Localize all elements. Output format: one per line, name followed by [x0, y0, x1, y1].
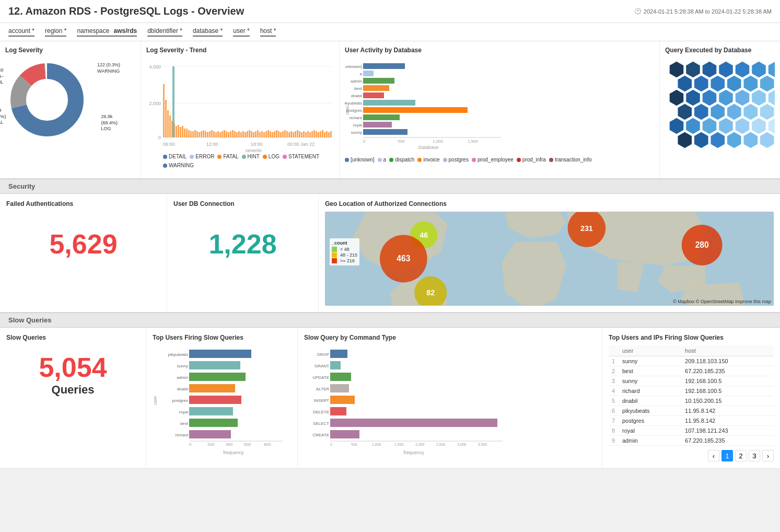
- svg-rect-96: [330, 131, 332, 137]
- host-cell: 192.168.100.5: [682, 376, 774, 386]
- row-num: 6: [609, 406, 619, 416]
- svg-text:INSERT: INSERT: [314, 398, 329, 403]
- user-activity-panel: User Activity by Database user: [340, 41, 660, 178]
- log-severity-title: Log Severity: [5, 47, 135, 54]
- svg-text:dnabil: dnabil: [177, 387, 189, 391]
- svg-rect-39: [211, 130, 213, 137]
- host-cell: 11.95.8.142: [682, 406, 774, 416]
- slow-queries-title: Slow Queries: [6, 334, 139, 341]
- user-activity-legend: [unknown] a dispatch invoice postgres pr…: [345, 157, 654, 163]
- svg-text:2,000: 2,000: [415, 443, 425, 446]
- svg-marker-158: [685, 118, 700, 134]
- col-host: host: [682, 345, 774, 356]
- hex-grid: [665, 58, 775, 173]
- host-cell: 11.95.8.142: [682, 416, 774, 426]
- svg-rect-88: [313, 130, 315, 137]
- host-cell: 10.150.200.15: [682, 396, 774, 406]
- filter-region[interactable]: region *: [45, 27, 66, 37]
- svg-marker-138: [760, 75, 774, 92]
- svg-text:1,000: 1,000: [433, 139, 444, 144]
- svg-rect-218: [330, 407, 346, 415]
- page-2-btn[interactable]: 2: [735, 450, 747, 461]
- log-severity-donut: [5, 58, 89, 142]
- user-cell: pikyubeats: [619, 406, 682, 416]
- svg-rect-107: [363, 122, 392, 128]
- svg-marker-135: [711, 75, 725, 92]
- svg-rect-106: [363, 114, 400, 120]
- svg-rect-74: [284, 130, 286, 137]
- filter-database[interactable]: database *: [193, 27, 223, 37]
- svg-rect-89: [316, 131, 317, 137]
- svg-rect-54: [242, 131, 244, 137]
- svg-text:postgres: postgres: [172, 398, 188, 403]
- prev-page-btn[interactable]: ‹: [708, 450, 719, 461]
- svg-rect-108: [363, 129, 408, 135]
- table-row: 1sunny209.118.103.150: [609, 356, 774, 366]
- filter-account[interactable]: account *: [8, 27, 34, 37]
- svg-text:richard: richard: [176, 433, 188, 437]
- donut-label-log: 26.8k(68.4%)LOG: [101, 114, 118, 132]
- svg-rect-34: [201, 131, 202, 137]
- top-users-slow-panel: Top Users Firing Slow Queries user pikyu…: [146, 328, 298, 468]
- slow-query-type-title: Slow Query by Command Type: [304, 334, 596, 341]
- svg-rect-80: [297, 130, 298, 137]
- svg-text:user: user: [153, 396, 158, 405]
- svg-rect-61: [257, 130, 259, 137]
- svg-rect-49: [232, 130, 234, 137]
- svg-text:600: 600: [244, 442, 251, 447]
- user-db-value: 1,228: [173, 228, 312, 260]
- svg-rect-41: [215, 132, 217, 137]
- next-page-btn[interactable]: ›: [762, 450, 774, 461]
- svg-rect-28: [188, 130, 190, 137]
- svg-rect-36: [205, 131, 206, 137]
- svg-text:admin: admin: [177, 375, 188, 380]
- svg-text:500: 500: [398, 139, 405, 144]
- row-num: 9: [609, 436, 619, 446]
- svg-rect-16: [163, 84, 165, 137]
- filter-namespace[interactable]: namespace aws/rds: [77, 27, 137, 37]
- failed-auth-panel: Failed Authentications 5,629: [0, 194, 167, 312]
- page-3-btn[interactable]: 3: [749, 450, 760, 461]
- svg-text:admin: admin: [351, 79, 362, 84]
- filter-user[interactable]: user *: [233, 27, 249, 37]
- svg-text:12:00: 12:00: [206, 142, 218, 147]
- svg-text:463: 463: [397, 254, 410, 263]
- svg-text:1,500: 1,500: [468, 139, 479, 144]
- svg-rect-22: [176, 126, 177, 137]
- svg-rect-24: [180, 127, 181, 137]
- top-users-ips-title: Top Users and IPs Firing Slow Queries: [609, 334, 774, 341]
- row-num: 4: [609, 386, 619, 396]
- svg-rect-195: [189, 407, 233, 415]
- svg-rect-81: [299, 131, 300, 137]
- user-cell: royal: [619, 426, 682, 436]
- page-1-btn[interactable]: 1: [721, 450, 733, 461]
- svg-text:0: 0: [158, 135, 161, 140]
- svg-rect-17: [165, 100, 167, 137]
- user-cell: sunny: [619, 376, 682, 386]
- svg-rect-222: [330, 430, 359, 438]
- svg-rect-193: [189, 396, 241, 404]
- svg-text:1,000: 1,000: [372, 443, 381, 446]
- svg-text:231: 231: [580, 224, 593, 233]
- svg-marker-166: [694, 132, 708, 148]
- user-cell: sunny: [619, 356, 682, 366]
- host-cell: 67.220.185.235: [682, 436, 774, 446]
- svg-text:4,000: 4,000: [149, 64, 161, 70]
- svg-rect-40: [213, 131, 215, 137]
- svg-text:280: 280: [695, 240, 709, 249]
- slow-queries-row: Slow Queries 5,054 Queries Top Users Fir…: [0, 328, 780, 469]
- svg-rect-101: [363, 78, 394, 84]
- user-db-title: User DB Connection: [173, 200, 312, 207]
- geo-title: Geo Location of Authorized Connections: [325, 200, 774, 207]
- svg-rect-47: [228, 132, 229, 137]
- filter-dbidentifier[interactable]: dbidentifier *: [147, 27, 182, 37]
- svg-rect-55: [245, 132, 246, 137]
- filter-host[interactable]: host *: [260, 27, 276, 37]
- svg-rect-50: [234, 131, 236, 137]
- svg-marker-133: [678, 75, 692, 92]
- svg-marker-163: [768, 118, 775, 134]
- slow-queries-value: 5,054: [6, 352, 139, 383]
- top-users-slow-chart: user pikyubeats sunny admin dnabil postg…: [153, 345, 299, 460]
- svg-rect-38: [209, 131, 211, 137]
- svg-text:richard: richard: [350, 115, 362, 120]
